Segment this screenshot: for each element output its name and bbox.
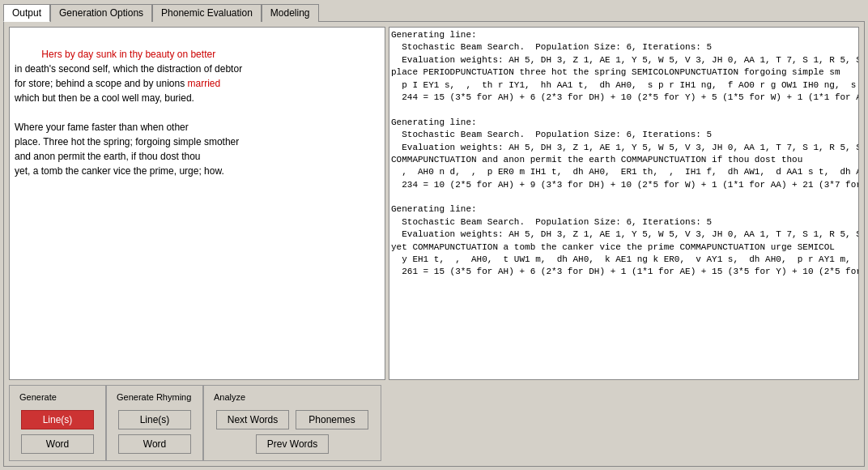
log-line <box>391 191 857 203</box>
generate-buttons: Line(s) Word <box>21 410 94 454</box>
panels-row: Hers by day sunk in thy beauty on better… <box>9 27 859 380</box>
phonemes-button[interactable]: Phonemes <box>296 410 368 429</box>
log-line: 244 = 15 (3*5 for AH) + 6 (2*3 for DH) +… <box>391 92 857 104</box>
analyze-row-1: Next Words Phonemes <box>216 410 368 429</box>
log-line: yet COMMAPUNCTUATION a tomb the canker v… <box>391 241 857 254</box>
rhyming-group-title: Generate Rhyming <box>117 392 191 402</box>
content-area: Hers by day sunk in thy beauty on better… <box>3 21 865 467</box>
prev-words-button[interactable]: Prev Words <box>256 434 329 454</box>
tab-output[interactable]: Output <box>3 4 50 22</box>
log-line: Stochastic Beam Search. Population Size:… <box>391 41 857 53</box>
rhyming-group: Generate Rhyming Line(s) Word <box>106 385 203 461</box>
log-line: 261 = 15 (3*5 for AH) + 6 (2*3 for DH) +… <box>391 266 857 278</box>
log-line: Generating line: <box>391 117 857 129</box>
log-line: Evaluation weights: AH 5, DH 3, Z 1, AE … <box>391 54 857 66</box>
analyze-group-title: Analyze <box>214 392 245 402</box>
analyze-group: Analyze Next Words Phonemes Prev Words <box>203 385 381 461</box>
tab-phonemic-evaluation[interactable]: Phonemic Evaluation <box>152 4 262 22</box>
generate-word-button[interactable]: Word <box>21 434 94 454</box>
log-line: Stochastic Beam Search. Population Size:… <box>391 129 857 141</box>
rhyming-word-button[interactable]: Word <box>118 434 191 454</box>
log-line: p I EY1 s, , th r IY1, hh AA1 t, dh AH0,… <box>391 79 857 92</box>
log-line: COMMAPUNCTUATION and anon permit the ear… <box>391 154 857 166</box>
tab-generation-options[interactable]: Generation Options <box>50 4 152 22</box>
log-panel: Generating line: Stochastic Beam Search.… <box>389 27 859 380</box>
log-line: place PERIODPUNCTUATION three hot the sp… <box>391 66 857 79</box>
action-bar: Generate Line(s) Word Generate Rhyming L… <box>9 385 859 461</box>
log-line <box>391 104 857 116</box>
log-line: Evaluation weights: AH 5, DH 3, Z 1, AE … <box>391 229 857 241</box>
poem-text: Hers by day sunk in thy beauty on better… <box>15 32 380 193</box>
next-words-button[interactable]: Next Words <box>216 410 289 429</box>
analyze-row-2: Prev Words <box>256 434 329 454</box>
generate-group: Generate Line(s) Word <box>9 385 106 461</box>
rhyming-lines-button[interactable]: Line(s) <box>118 410 191 429</box>
log-line: Generating line: <box>391 203 857 216</box>
tab-modeling[interactable]: Modeling <box>262 4 319 22</box>
log-line: 234 = 10 (2*5 for AH) + 9 (3*3 for DH) +… <box>391 179 857 191</box>
log-content[interactable]: Generating line: Stochastic Beam Search.… <box>389 28 858 379</box>
generate-lines-button[interactable]: Line(s) <box>21 410 94 429</box>
analyze-buttons: Next Words Phonemes Prev Words <box>216 410 368 454</box>
rhyming-buttons: Line(s) Word <box>118 410 191 454</box>
log-line: Generating line: <box>391 29 857 41</box>
poem-panel[interactable]: Hers by day sunk in thy beauty on better… <box>9 27 385 380</box>
log-area: Generating line: Stochastic Beam Search.… <box>389 27 859 380</box>
log-line: Stochastic Beam Search. Population Size:… <box>391 216 857 229</box>
tab-bar: Output Generation Options Phonemic Evalu… <box>3 3 865 21</box>
log-line: Evaluation weights: AH 5, DH 3, Z 1, AE … <box>391 142 857 154</box>
log-line: , AH0 n d, , p ER0 m IH1 t, dh AH0, ER1 … <box>391 166 857 178</box>
generate-group-title: Generate <box>19 392 57 402</box>
log-line: y EH1 t, , AH0, t UW1 m, dh AH0, k AE1 n… <box>391 254 857 266</box>
